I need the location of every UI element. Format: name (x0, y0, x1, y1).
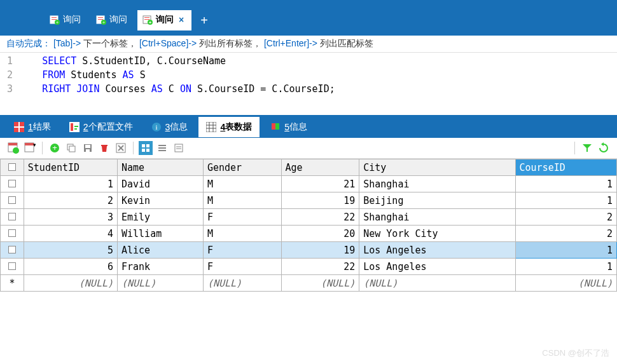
table-row[interactable]: 2KevinM19Beijing1 (1, 192, 617, 209)
table-row[interactable]: 6FrankF22Los Angeles1 (1, 259, 617, 275)
column-header[interactable]: City (359, 159, 515, 176)
export-button[interactable] (6, 141, 20, 155)
new-row-marker[interactable]: * (1, 275, 24, 292)
cell[interactable]: 2 (515, 209, 616, 226)
cell[interactable]: 19 (281, 192, 359, 209)
cell[interactable]: 21 (281, 176, 359, 192)
row-checkbox[interactable] (1, 192, 24, 209)
cell[interactable]: 1 (515, 242, 616, 259)
grid-view-button[interactable] (139, 141, 153, 155)
cell[interactable]: William (117, 226, 203, 242)
row-checkbox[interactable] (1, 259, 24, 275)
add-row-button[interactable]: + (48, 141, 62, 155)
table-row[interactable]: 5AliceF19Los Angeles1 (1, 242, 617, 259)
cell[interactable]: (NULL) (359, 275, 515, 292)
query-tab-2[interactable]: + 询问 (91, 10, 135, 30)
cell[interactable]: Beijing (359, 192, 515, 209)
query-tab-1[interactable]: + 询问 (45, 10, 88, 30)
column-header[interactable]: Gender (203, 159, 281, 176)
cell[interactable]: 22 (281, 209, 359, 226)
sql-editor[interactable]: 1 SELECT S.StudentID, C.CourseName 2 FRO… (0, 53, 617, 115)
cell[interactable]: Alice (117, 242, 203, 259)
tab-profiles[interactable]: 2 个配置文件 (62, 117, 141, 137)
cell[interactable]: 6 (24, 259, 117, 275)
cancel-button[interactable] (114, 141, 128, 155)
cell[interactable]: 5 (24, 242, 117, 259)
form-view-button[interactable] (155, 141, 169, 155)
filter-button[interactable] (580, 141, 594, 155)
row-checkbox[interactable] (1, 226, 24, 242)
cell[interactable]: F (203, 259, 281, 275)
svg-rect-37 (25, 143, 34, 145)
svg-rect-53 (146, 149, 149, 152)
row-checkbox[interactable] (1, 176, 24, 192)
column-header[interactable]: CourseID (515, 159, 616, 176)
autocomplete-hint: 自动完成： [Tab]-> 下一个标签， [Ctrl+Space]-> 列出所有… (0, 36, 617, 53)
table-row-new[interactable]: *(NULL)(NULL)(NULL)(NULL)(NULL)(NULL) (1, 275, 617, 292)
cell[interactable]: 20 (281, 226, 359, 242)
svg-rect-50 (142, 144, 145, 147)
table-row[interactable]: 3EmilyF22Shanghai2 (1, 209, 617, 226)
row-checkbox[interactable] (1, 242, 24, 259)
cell[interactable]: Los Angeles (359, 259, 515, 275)
close-icon[interactable]: × (179, 15, 184, 25)
column-header[interactable]: StudentID (24, 159, 117, 176)
cell[interactable]: (NULL) (24, 275, 117, 292)
import-button[interactable]: ▾ (23, 141, 37, 155)
cell[interactable]: 1 (515, 259, 616, 275)
cell[interactable]: 1 (515, 176, 616, 192)
cell[interactable]: (NULL) (281, 275, 359, 292)
cell[interactable]: Kevin (117, 192, 203, 209)
row-checkbox[interactable] (1, 209, 24, 226)
column-header[interactable]: Age (281, 159, 359, 176)
query-tab-3[interactable]: + 询问 × (137, 10, 191, 30)
cell[interactable]: Shanghai (359, 176, 515, 192)
cell[interactable]: 2 (515, 226, 616, 242)
cell[interactable]: Shanghai (359, 209, 515, 226)
tab-info-2[interactable]: 5 信息 (263, 117, 315, 137)
cell[interactable]: Frank (117, 259, 203, 275)
cell[interactable]: 19 (281, 242, 359, 259)
svg-rect-23 (74, 128, 77, 130)
cell[interactable]: New York City (359, 226, 515, 242)
cell[interactable]: 1 (24, 176, 117, 192)
cell[interactable]: M (203, 226, 281, 242)
refresh-button[interactable] (597, 141, 611, 155)
svg-rect-12 (144, 19, 149, 20)
tab-info-1[interactable]: i 3 信息 (144, 117, 196, 137)
delete-button[interactable] (97, 141, 111, 155)
table-row[interactable]: 4WilliamM20New York City2 (1, 226, 617, 242)
table-icon (206, 122, 216, 132)
svg-rect-16 (14, 122, 18, 126)
column-header[interactable]: Name (117, 159, 203, 176)
tab-results[interactable]: 1 结果 (6, 117, 59, 137)
cell[interactable]: David (117, 176, 203, 192)
cell[interactable]: 22 (281, 259, 359, 275)
copy-row-button[interactable] (64, 141, 78, 155)
cell[interactable]: Emily (117, 209, 203, 226)
cell[interactable]: F (203, 242, 281, 259)
cell[interactable]: (NULL) (515, 275, 616, 292)
table-row[interactable]: 1DavidM21Shanghai1 (1, 176, 617, 192)
cell[interactable]: 2 (24, 192, 117, 209)
cell[interactable]: Los Angeles (359, 242, 515, 259)
cell[interactable]: M (203, 192, 281, 209)
cell[interactable]: (NULL) (203, 275, 281, 292)
cell[interactable]: F (203, 209, 281, 226)
data-grid[interactable]: StudentID Name Gender Age City CourseID … (0, 159, 617, 292)
select-all-checkbox[interactable] (1, 159, 24, 176)
cell[interactable]: 1 (515, 192, 616, 209)
cell[interactable]: M (203, 176, 281, 192)
cell[interactable]: (NULL) (117, 275, 203, 292)
text-view-button[interactable] (172, 141, 186, 155)
query-tab-label: 询问 (63, 14, 81, 25)
svg-rect-31 (272, 123, 275, 130)
svg-rect-7 (98, 19, 103, 20)
tab-table-data[interactable]: 4 表数据 (198, 117, 260, 137)
svg-rect-34 (8, 143, 17, 145)
cell[interactable]: 4 (24, 226, 117, 242)
save-button[interactable] (81, 141, 95, 155)
svg-rect-42 (69, 146, 75, 152)
new-tab-button[interactable]: + (194, 11, 214, 30)
cell[interactable]: 3 (24, 209, 117, 226)
